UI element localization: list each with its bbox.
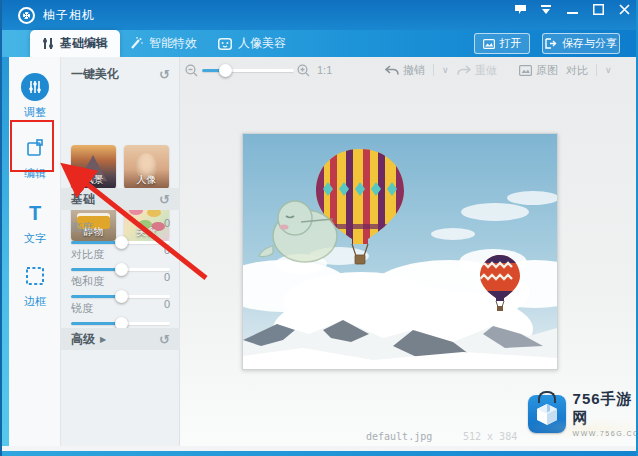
window-bottom-border bbox=[0, 451, 638, 456]
advanced-section-header[interactable]: 高级 ▶ ↺ bbox=[61, 328, 180, 350]
chevron-down-icon: ∨ bbox=[442, 65, 449, 75]
nav-label-adjust: 调整 bbox=[9, 105, 61, 120]
save-share-button-label: 保存与分享 bbox=[562, 36, 617, 51]
expand-arrow-icon: ▶ bbox=[100, 335, 106, 344]
compare-button[interactable]: 对比 ∨ bbox=[566, 61, 612, 79]
slider-value: 0 bbox=[164, 217, 170, 229]
open-button[interactable]: 打开 bbox=[474, 33, 530, 54]
redo-label: 重做 bbox=[475, 63, 497, 78]
magic-wand-icon bbox=[129, 37, 143, 50]
undo-label: 撤销 bbox=[403, 63, 425, 78]
title-bar: 柚子相机 bbox=[0, 0, 638, 30]
zoom-in-icon[interactable] bbox=[297, 61, 310, 79]
basic-title: 基础 bbox=[71, 191, 95, 208]
slider-brightness: 亮度 0 bbox=[71, 217, 170, 244]
app-logo-shutter-icon bbox=[18, 7, 35, 24]
balloon-basket bbox=[497, 306, 503, 311]
tab-portrait-beauty[interactable]: 人像美容 bbox=[206, 30, 298, 57]
divider bbox=[433, 64, 434, 76]
slider-label: 亮度 bbox=[71, 221, 93, 233]
slider-label: 对比度 bbox=[71, 248, 104, 260]
text-tool-icon: T bbox=[29, 200, 41, 226]
slider-saturation: 饱和度 0 bbox=[71, 271, 170, 298]
crop-edit-icon bbox=[9, 133, 61, 163]
tab-bar: 基础编辑 智能特效 人像美容 打开 保存与分享 bbox=[0, 30, 638, 57]
tab-label: 基础编辑 bbox=[60, 35, 108, 52]
nav-label-edit: 编辑 bbox=[9, 166, 61, 181]
border-frame-icon bbox=[9, 261, 61, 291]
save-share-button[interactable]: 保存与分享 bbox=[542, 33, 620, 54]
zoom-slider[interactable] bbox=[202, 69, 294, 72]
chevron-down-icon: ∨ bbox=[605, 65, 612, 75]
left-nav: 调整 编辑 T 文字 边框 bbox=[2, 57, 61, 446]
nav-label-border: 边框 bbox=[9, 294, 61, 309]
close-button[interactable] bbox=[616, 3, 632, 16]
face-icon bbox=[218, 38, 232, 50]
redo-arrow-icon bbox=[457, 65, 471, 76]
maximize-button[interactable] bbox=[590, 3, 606, 16]
feedback-icon[interactable] bbox=[512, 3, 528, 16]
balloon-basket bbox=[355, 255, 365, 264]
reset-advanced-icon[interactable]: ↺ bbox=[159, 332, 170, 347]
menu-dropdown-icon[interactable] bbox=[538, 3, 554, 16]
oneclick-title: 一键美化 bbox=[71, 66, 119, 83]
undo-button[interactable]: 撤销 ∨ bbox=[385, 61, 449, 79]
nav-item-edit[interactable]: 编辑 bbox=[9, 133, 61, 181]
original-image-icon bbox=[519, 65, 532, 76]
preset-label: 人像 bbox=[124, 173, 169, 187]
adjust-sliders-icon bbox=[21, 73, 49, 101]
zoom-ratio-label: 1:1 bbox=[317, 64, 332, 76]
tab-smart-effects[interactable]: 智能特效 bbox=[117, 30, 209, 57]
slider-value: 0 bbox=[164, 271, 170, 283]
tab-label: 智能特效 bbox=[149, 35, 197, 52]
tool-panel: 一键美化 ↺ 风景 人像 静物 美食 基础 ↺ 亮度 0 bbox=[61, 57, 180, 446]
open-button-label: 打开 bbox=[500, 36, 522, 51]
tab-basic-edit[interactable]: 基础编辑 bbox=[30, 30, 120, 57]
reset-basic-icon[interactable]: ↺ bbox=[159, 192, 170, 207]
slider-sharpness: 锐度 0 bbox=[71, 298, 170, 325]
zoom-out-icon[interactable] bbox=[185, 61, 198, 79]
picture-icon bbox=[483, 39, 495, 49]
photo-canvas[interactable] bbox=[242, 133, 558, 370]
redo-button[interactable]: 重做 bbox=[457, 61, 497, 79]
slider-value: 0 bbox=[164, 244, 170, 256]
nav-label-text: 文字 bbox=[9, 231, 61, 246]
nav-item-border[interactable]: 边框 bbox=[9, 261, 61, 309]
original-button[interactable]: 原图 bbox=[519, 61, 558, 79]
slider-label: 饱和度 bbox=[71, 275, 104, 287]
advanced-title: 高级 bbox=[71, 331, 95, 348]
slider-value: 0 bbox=[164, 298, 170, 310]
preset-landscape[interactable]: 风景 bbox=[71, 145, 116, 189]
basic-section-header: 基础 ↺ bbox=[61, 188, 180, 210]
divider bbox=[596, 64, 597, 76]
preset-portrait[interactable]: 人像 bbox=[124, 145, 169, 189]
compare-label: 对比 bbox=[566, 63, 588, 78]
nav-accent-strip bbox=[2, 57, 9, 446]
undo-arrow-icon bbox=[385, 65, 399, 76]
status-dimensions: 512 x 384 bbox=[463, 431, 517, 442]
sharpness-slider[interactable] bbox=[71, 322, 170, 325]
original-label: 原图 bbox=[536, 63, 558, 78]
canvas-area: 1:1 撤销 ∨ 重做 原图 对比 ∨ bbox=[180, 57, 638, 446]
slider-contrast: 对比度 0 bbox=[71, 244, 170, 271]
nav-item-adjust[interactable]: 调整 bbox=[9, 72, 61, 120]
app-window: 柚子相机 基础编辑 bbox=[0, 0, 638, 456]
tab-label: 人像美容 bbox=[238, 35, 286, 52]
nav-item-text[interactable]: T 文字 bbox=[9, 198, 61, 246]
zoom-slider-thumb[interactable] bbox=[219, 64, 232, 77]
export-icon bbox=[545, 38, 557, 49]
slider-label: 锐度 bbox=[71, 302, 93, 314]
minimize-button[interactable] bbox=[564, 3, 580, 16]
app-title: 柚子相机 bbox=[43, 7, 95, 24]
oneclick-section-header: 一键美化 ↺ bbox=[61, 63, 180, 85]
ghost-watermark bbox=[518, 418, 638, 440]
sliders-tool-icon bbox=[42, 37, 54, 50]
zoom-ratio-button[interactable]: 1:1 bbox=[317, 61, 332, 79]
preset-label: 风景 bbox=[71, 173, 116, 187]
reset-oneclick-icon[interactable]: ↺ bbox=[159, 67, 170, 82]
status-filename: default.jpg bbox=[366, 431, 432, 442]
